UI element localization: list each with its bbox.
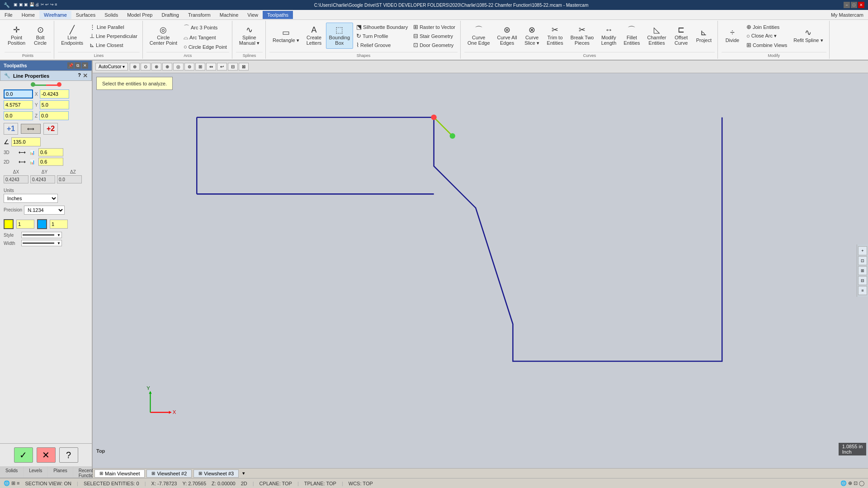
point2-z-input[interactable]: 0.0: [39, 111, 69, 120]
num2-button[interactable]: +2: [43, 123, 58, 135]
menu-wireframe[interactable]: Wireframe: [39, 11, 71, 19]
color-swatch-2[interactable]: [37, 219, 47, 229]
panel-dock-button[interactable]: ⧉: [75, 62, 81, 69]
ribbon-btn-point-position[interactable]: ✛ PointPosition: [5, 23, 28, 49]
toolbar-btn-2[interactable]: ⊙: [141, 63, 151, 70]
help-icon[interactable]: ?: [78, 72, 81, 79]
ribbon-btn-arc-tangent[interactable]: ⌓ Arc Tangent: [181, 33, 229, 42]
ribbon-btn-close-arc[interactable]: ○ Close Arc ▾: [744, 32, 789, 40]
toolbar-btn-8[interactable]: ⇔: [206, 63, 216, 70]
ribbon-btn-door-geometry[interactable]: ⊡ Door Geometry: [411, 41, 458, 49]
style-line-selector[interactable]: ▼: [21, 232, 62, 238]
ribbon-btn-join[interactable]: ⊕ Join Entities: [744, 23, 789, 31]
units-select[interactable]: Inches MM: [4, 194, 58, 203]
cancel-button[interactable]: ✕: [37, 447, 56, 463]
menu-toolpaths[interactable]: Toolpaths: [263, 11, 293, 19]
menu-transform[interactable]: Transform: [184, 11, 215, 19]
toolbar-autocursor-btn[interactable]: AutoCursor ▾: [95, 63, 128, 70]
toolbar-btn-5[interactable]: ◎: [173, 63, 184, 70]
ribbon-btn-line-closest[interactable]: ⊾ Line Closest: [87, 41, 140, 49]
close-button[interactable]: ✕: [858, 2, 864, 8]
tab-levels[interactable]: Levels: [24, 466, 48, 478]
angle-input[interactable]: 135.0: [11, 137, 41, 146]
ribbon-btn-line-endpoints[interactable]: ╱ LineEndpoints: [58, 23, 86, 49]
panel-header-buttons[interactable]: 📌 ⧉ ✕: [67, 62, 88, 69]
toolbar-btn-11[interactable]: ⊠: [239, 63, 249, 70]
menu-file[interactable]: File: [0, 11, 17, 19]
panel-close-button[interactable]: ✕: [82, 62, 88, 69]
vs-tab-main[interactable]: ⊞ Main Viewsheet: [94, 469, 145, 478]
ribbon-btn-line-perpendicular[interactable]: ⊥ Line Perpendicular: [87, 32, 140, 40]
sidebar-expand-btn-1[interactable]: +: [858, 246, 867, 255]
sidebar-expand-btn-2[interactable]: ⊡: [858, 256, 867, 265]
point1-y-input[interactable]: 4.5757: [4, 100, 33, 109]
minimize-button[interactable]: −: [844, 2, 850, 8]
ribbon-btn-break-two[interactable]: ✂ Break TwoPieces: [567, 23, 597, 49]
ribbon-btn-curve-one-edge[interactable]: ⌒ CurveOne Edge: [464, 23, 493, 49]
width-line-selector[interactable]: ▼: [21, 240, 62, 246]
length2d-input[interactable]: 0.6: [38, 158, 63, 166]
point1-z-input[interactable]: 0.0: [4, 111, 33, 120]
menu-model-prep[interactable]: Model Prep: [123, 11, 157, 19]
menu-view[interactable]: View: [243, 11, 263, 19]
ribbon-btn-chamfer[interactable]: ◺ ChamferEntities: [644, 23, 670, 49]
menu-my-mastercam[interactable]: My Mastercam: [826, 11, 868, 19]
ribbon-btn-rectangle[interactable]: ▭ Rectangle ▾: [269, 23, 302, 49]
ribbon-btn-refit-spline[interactable]: ∿ Refit Spline ▾: [790, 23, 826, 49]
ribbon-btn-stair-geometry[interactable]: ⊟ Stair Geometry: [411, 32, 458, 40]
ribbon-btn-fillet[interactable]: ⌒ FilletEntities: [620, 23, 643, 49]
window-controls[interactable]: − □ ✕: [844, 2, 864, 8]
vs-tab-2[interactable]: ⊞ Viewsheet #2: [146, 469, 192, 478]
ok-button[interactable]: ✓: [14, 447, 33, 463]
ribbon-btn-trim-entities[interactable]: ✂ Trim toEntities: [544, 23, 566, 49]
ribbon-btn-modify-length[interactable]: ↔ ModifyLength: [598, 23, 619, 49]
point1-x-input[interactable]: 0.0: [4, 89, 33, 99]
ribbon-btn-arc-3points[interactable]: ⌒ Arc 3 Points: [181, 23, 229, 33]
ribbon-btn-project[interactable]: ⊾ Project: [693, 23, 715, 49]
delta-z-input[interactable]: 0.0: [57, 175, 82, 183]
ribbon-btn-relief-groove[interactable]: ⌇ Relief Groove: [354, 41, 410, 49]
toolbar-btn-6[interactable]: ⊚: [184, 63, 194, 70]
toolbar-btn-4[interactable]: ⊕: [162, 63, 172, 70]
ribbon-btn-line-parallel[interactable]: ⋮ Line Parallel: [87, 23, 140, 31]
num1-button[interactable]: +1: [4, 123, 18, 135]
menu-home[interactable]: Home: [17, 11, 39, 19]
menu-drafting[interactable]: Drafting: [157, 11, 184, 19]
point2-x-input[interactable]: -0.4243: [40, 89, 69, 99]
ribbon-btn-turn-profile[interactable]: ↻ Turn Profile: [354, 32, 410, 40]
ribbon-btn-circle-center[interactable]: ◎ CircleCenter Point: [146, 23, 180, 49]
line-properties-close[interactable]: ✕: [83, 72, 88, 79]
ribbon-btn-silhouette[interactable]: ⬔ Silhouette Boundary: [354, 23, 410, 31]
toolbar-btn-10[interactable]: ⊟: [228, 63, 238, 70]
maximize-button[interactable]: □: [851, 2, 857, 8]
ribbon-btn-curve-all-edges[interactable]: ⊛ Curve AllEdges: [494, 23, 520, 49]
panel-pin-button[interactable]: 📌: [67, 62, 74, 69]
toolbar-btn-1[interactable]: ⊕: [130, 63, 140, 70]
delta-y-input[interactable]: 0.4243: [30, 175, 55, 183]
ribbon-btn-raster-vector[interactable]: ⊞ Raster to Vector: [411, 23, 458, 31]
viewsheet-add-btn[interactable]: ▾: [242, 470, 245, 476]
sidebar-expand-btn-3[interactable]: ⊞: [858, 266, 867, 275]
ribbon-btn-bounding-box[interactable]: ⬚ BoundingBox: [326, 23, 354, 49]
ribbon-btn-offset[interactable]: ⊏ OffsetCurve: [670, 23, 692, 49]
canvas-main[interactable]: Select the entities to analyze. X: [93, 73, 868, 468]
sidebar-expand-btn-4[interactable]: ⊟: [858, 276, 867, 285]
ribbon-btn-spline-manual[interactable]: ∿ SplineManual ▾: [236, 23, 263, 49]
ribbon-btn-combine-views[interactable]: ⊞ Combine Views: [744, 41, 789, 49]
color-input-2[interactable]: 1: [50, 220, 68, 229]
precision-select[interactable]: N.1234 N.123: [24, 206, 65, 215]
tab-planes[interactable]: Planes: [48, 466, 73, 478]
color-swatch-1[interactable]: [4, 219, 14, 229]
menu-machine[interactable]: Machine: [215, 11, 243, 19]
color-input-1[interactable]: 1: [16, 220, 34, 229]
tab-solids[interactable]: Solids: [0, 466, 24, 478]
delta-x-input[interactable]: 0.4243: [4, 175, 28, 183]
arrow-swap-button[interactable]: ⟺: [21, 124, 41, 134]
toolbar-btn-9[interactable]: ↩: [217, 63, 227, 70]
ribbon-btn-create-letters[interactable]: A CreateLetters: [303, 23, 325, 49]
menu-solids[interactable]: Solids: [100, 11, 123, 19]
vs-tab-3[interactable]: ⊞ Viewsheet #3: [193, 469, 239, 478]
help-button[interactable]: ?: [59, 447, 78, 463]
toolbar-btn-7[interactable]: ⊞: [195, 63, 205, 70]
ribbon-btn-curve-slice[interactable]: ⊗ CurveSlice ▾: [521, 23, 543, 49]
